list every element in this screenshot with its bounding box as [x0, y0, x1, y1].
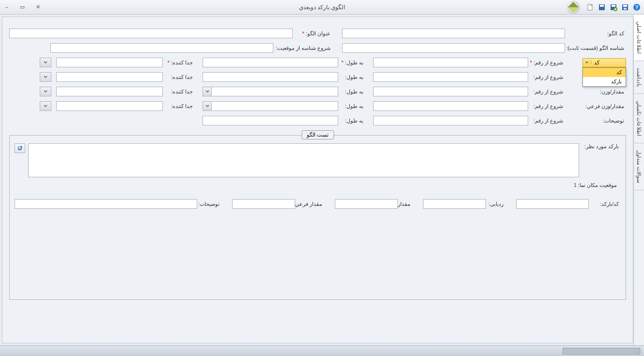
chevron-down-icon[interactable]	[203, 87, 212, 96]
label-res-code-barcode: کد/بارکد:	[592, 201, 621, 207]
svg-text:?: ?	[635, 4, 639, 10]
label-to-len-5: به طول:	[341, 118, 370, 124]
help-icon[interactable]: ?	[632, 3, 641, 12]
test-pattern-legend[interactable]: تست الگو	[301, 130, 334, 139]
window-title: الگوي بارکد دوبعدي	[299, 4, 346, 11]
svg-rect-6	[612, 5, 615, 7]
output-tracking	[423, 199, 486, 209]
status-bar: Act	[0, 345, 644, 356]
label-to-len-2: به طول:	[341, 74, 370, 80]
label-row-amount: مقدار/وزن:	[568, 89, 626, 95]
title-bar: ✕ ▭ − الگوي بارکد دوبعدي ?	[0, 0, 644, 15]
code-barcode-dropdown: کد بارکد	[582, 67, 626, 87]
new-icon[interactable]	[586, 3, 595, 12]
input-separator-1[interactable]	[56, 58, 163, 67]
label-start-digit-5: شروع از رقم:	[531, 118, 565, 124]
app-logo-icon	[566, 0, 580, 14]
label-pattern-code: کد الگو:	[568, 31, 626, 37]
label-pattern-title: عنوان الگو: *	[296, 31, 339, 37]
label-to-len-1: به طول: *	[341, 60, 370, 66]
svg-rect-10	[588, 4, 592, 10]
label-res-amount: مقدار:	[401, 201, 420, 207]
combo-to-len-3[interactable]	[203, 87, 338, 96]
label-to-len-3: به طول:	[341, 89, 370, 95]
svg-rect-9	[600, 5, 604, 7]
chevron-down-icon[interactable]	[40, 87, 51, 96]
output-desc	[15, 199, 197, 209]
input-separator-3[interactable]	[56, 87, 163, 96]
dropdown-option-code[interactable]: کد	[583, 68, 626, 77]
save-icon[interactable]	[621, 3, 629, 12]
label-separator-4: جدا کننده:	[166, 103, 200, 109]
input-to-len-5[interactable]	[203, 116, 338, 125]
input-start-digit-3[interactable]	[373, 87, 528, 96]
code-barcode-select[interactable]: کد	[582, 58, 626, 67]
input-start-digit-5[interactable]	[373, 116, 528, 125]
input-barcode-target[interactable]	[28, 143, 579, 177]
tab-faq[interactable]: سوالات متداول	[634, 143, 644, 190]
label-start-digit-4: شروع از رقم:	[531, 103, 565, 109]
separator-picker-2[interactable]	[40, 72, 51, 82]
watermark-text: Act	[633, 347, 642, 355]
input-to-len-2[interactable]	[203, 72, 338, 82]
status-segment	[563, 348, 640, 355]
label-row-desc: توضیحات:	[568, 118, 626, 124]
close-window-button[interactable]: ✕	[34, 3, 42, 11]
label-start-digit-3: شروع از رقم:	[531, 89, 565, 95]
label-res-tracking: ردیابی:	[489, 201, 513, 207]
input-id-start-pos[interactable]	[50, 43, 273, 53]
refresh-button[interactable]	[15, 143, 25, 153]
label-separator-3: جدا کننده:	[166, 89, 200, 95]
input-start-digit-2[interactable]	[373, 72, 528, 82]
save-close-icon[interactable]	[597, 3, 606, 12]
input-start-digit-4[interactable]	[373, 101, 528, 111]
tab-notes[interactable]: يادداشت	[634, 61, 644, 94]
label-start-digit-2: شروع از رقم:	[531, 74, 565, 80]
tab-main-info[interactable]: اطلاعات اصلي	[634, 15, 644, 61]
input-pattern-id-fixed[interactable]	[342, 43, 565, 53]
chevron-down-icon[interactable]	[40, 102, 51, 110]
output-amount-sub	[232, 199, 295, 209]
save-new-icon[interactable]	[609, 3, 618, 12]
input-start-digit-1[interactable]	[373, 58, 528, 67]
input-separator-2[interactable]	[56, 72, 163, 82]
label-id-start-pos: شروع شناسه از موقعیت:	[276, 45, 339, 51]
content-panel: کد الگو: عنوان الگو: * شناسه الگو (قسمت …	[2, 16, 633, 343]
combo-to-len-4[interactable]	[203, 101, 338, 111]
label-separator-1: جدا کننده: *	[166, 60, 200, 66]
output-code-barcode	[516, 199, 589, 209]
chevron-down-icon[interactable]	[203, 102, 212, 110]
svg-rect-3	[623, 5, 627, 7]
svg-rect-4	[624, 8, 627, 10]
label-start-digit-1: شروع از رقم: *	[531, 60, 565, 66]
input-pattern-code[interactable]	[342, 29, 565, 38]
test-pattern-group: تست الگو بارکد مورد نظر: موقعیت مکان نما…	[9, 135, 626, 300]
label-res-amount-sub: مقدار فرعي:	[298, 201, 332, 207]
chevron-down-icon[interactable]	[40, 73, 51, 81]
label-res-desc: توضیحات:	[200, 201, 229, 207]
label-barcode-target: بارکد مورد نظر:	[582, 143, 621, 150]
separator-picker-4[interactable]	[40, 101, 51, 111]
chevron-down-icon[interactable]	[583, 61, 591, 64]
output-amount	[335, 199, 398, 209]
label-to-len-4: به طول:	[341, 103, 370, 109]
separator-picker-1[interactable]	[40, 58, 51, 67]
label-separator-2: جدا کننده:	[166, 74, 200, 80]
separator-picker-3[interactable]	[40, 87, 51, 96]
input-pattern-title[interactable]	[9, 29, 293, 38]
tab-additional-info[interactable]: اطلاعات تکميلي	[634, 94, 644, 143]
input-to-len-1[interactable]	[203, 58, 338, 67]
code-barcode-selected: کد	[591, 60, 626, 66]
chevron-down-icon[interactable]	[40, 58, 51, 67]
maximize-window-button[interactable]: ▭	[18, 3, 26, 11]
input-separator-4[interactable]	[56, 101, 163, 111]
label-pattern-id-fixed: شناسه الگو (قسمت ثابت):	[568, 45, 626, 51]
side-tabs: اطلاعات اصلي يادداشت اطلاعات تکميلي سوال…	[633, 15, 644, 345]
dropdown-option-barcode[interactable]: بارکد	[583, 77, 626, 86]
label-row-amount-sub: مقدار/وزن فرعي:	[568, 103, 626, 109]
label-cursor-pos: موقعیت مکان نما: 1	[15, 182, 621, 188]
minimize-window-button[interactable]: −	[3, 3, 11, 11]
